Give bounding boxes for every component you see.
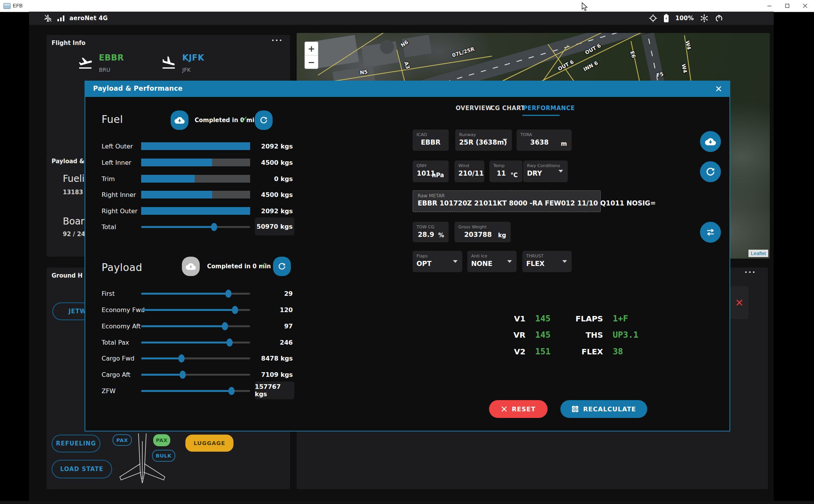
- swap-values-button[interactable]: [700, 222, 721, 243]
- departure-code[interactable]: EBBR: [99, 53, 124, 62]
- boarding-value: 92 / 24: [63, 231, 85, 238]
- fuel-total-label: Total: [102, 223, 116, 231]
- payload-row-slider[interactable]: [141, 371, 250, 379]
- payload-row: Cargo Aft 7109 kgs: [102, 371, 293, 379]
- reset-label: RESET: [512, 406, 536, 413]
- fuel-row-bar[interactable]: [141, 175, 250, 183]
- load-state-button[interactable]: LOAD STATE: [52, 460, 112, 478]
- flaps-select[interactable]: Flaps OPT: [413, 251, 462, 272]
- right-panel-menu[interactable]: •••: [745, 270, 756, 275]
- close-window-button[interactable]: [796, 0, 814, 11]
- fuel-row-value: 4500 kgs: [261, 159, 293, 166]
- payload-row-slider[interactable]: [141, 338, 250, 347]
- recalculate-label: RECALCULATE: [583, 406, 636, 413]
- tab-overview[interactable]: OVERVIEW: [456, 105, 492, 112]
- metar-text: EBBR 101720Z 21011KT 8000 -RA FEW012 11/…: [418, 199, 596, 207]
- taxiway-label: W4: [681, 64, 688, 74]
- qnh-field[interactable]: QNH 1011 hPa: [413, 161, 449, 182]
- thrust-select[interactable]: THRUST FLEX: [522, 251, 572, 272]
- payload-row-slider[interactable]: [141, 306, 250, 314]
- cloud-download-icon: [705, 137, 716, 146]
- leaflet-attribution[interactable]: Leaflet: [748, 250, 768, 257]
- fuel-row-bar[interactable]: [141, 207, 250, 215]
- field-label: ICAO: [417, 132, 445, 137]
- map-building: [402, 35, 432, 57]
- bulk-chip[interactable]: BULK: [152, 450, 175, 462]
- zoom-in-button[interactable]: +: [305, 42, 318, 55]
- vr-label: VR: [491, 330, 525, 340]
- fuel-row-bar[interactable]: [141, 142, 250, 150]
- fuel-row-fill: [141, 207, 250, 215]
- fuel-download-button[interactable]: [171, 110, 188, 130]
- tow-cg-field[interactable]: TOW CG 28.9 %: [413, 222, 449, 242]
- runway-select[interactable]: Runway 25R (3638m): [455, 129, 512, 151]
- slider-thumb[interactable]: [222, 322, 228, 330]
- power-icon[interactable]: [715, 14, 723, 22]
- luggage-chip[interactable]: LUGGAGE: [185, 435, 233, 452]
- gross-weight-field[interactable]: Gross Weight 203788 kg: [455, 222, 511, 242]
- reset-button[interactable]: RESET: [489, 400, 548, 418]
- pax-fwd-chip[interactable]: PAX: [112, 434, 132, 446]
- status-tile[interactable]: ✕: [730, 286, 748, 319]
- payload-row-slider[interactable]: [141, 290, 250, 298]
- flight-land-icon: [161, 55, 176, 71]
- taskbar-strip: [0, 501, 814, 504]
- payload-row-value: 246: [280, 339, 293, 346]
- payload-refresh-button[interactable]: [273, 257, 291, 276]
- close-icon: [803, 3, 807, 8]
- error-x-icon: ✕: [735, 297, 744, 309]
- payload-row-label: Cargo Fwd: [102, 355, 135, 362]
- payload-download-button[interactable]: [182, 257, 200, 276]
- dialog-close-button[interactable]: ✕: [713, 83, 724, 94]
- fuel-row-bar[interactable]: [141, 191, 250, 198]
- slider-thumb[interactable]: [180, 371, 186, 379]
- minimize-button[interactable]: [760, 0, 778, 11]
- refueling-button[interactable]: REFUELING: [52, 435, 100, 452]
- wind-field[interactable]: Wind 210/11: [455, 161, 484, 182]
- tab-performance[interactable]: PERFORMANCE: [523, 105, 575, 112]
- recalculate-button[interactable]: RECALCULATE: [560, 400, 647, 418]
- temp-field[interactable]: Temp 11 °C: [489, 161, 522, 182]
- maximize-button[interactable]: [778, 0, 796, 11]
- mouse-cursor: [582, 2, 588, 12]
- calculator-icon: [572, 406, 579, 413]
- slider-thumb[interactable]: [178, 354, 185, 362]
- arrival-code[interactable]: KJFK: [182, 53, 204, 62]
- zoom-out-button[interactable]: −: [305, 55, 318, 69]
- flight-takeoff-icon: [78, 55, 93, 71]
- download-performance-button[interactable]: [700, 131, 721, 152]
- slider-fill: [141, 226, 214, 228]
- slider-thumb[interactable]: [211, 223, 217, 231]
- refresh-weather-button[interactable]: [700, 161, 721, 182]
- fuel-total-slider[interactable]: [141, 223, 250, 231]
- pax-aft-chip[interactable]: PAX: [153, 434, 170, 446]
- slider-thumb[interactable]: [225, 290, 232, 298]
- x-icon: [501, 406, 507, 412]
- tab-cg-chart[interactable]: CG CHART: [491, 105, 525, 112]
- fuel-refresh-button[interactable]: [255, 110, 273, 130]
- slider-fill: [141, 325, 225, 327]
- fuel-row-bar[interactable]: [141, 159, 250, 166]
- fuel-status: Completed in 0 min: [195, 117, 258, 124]
- slider-thumb[interactable]: [228, 387, 235, 395]
- ground-handling-title: Ground H: [52, 272, 83, 279]
- swap-arrows-icon: [705, 227, 715, 237]
- anti-ice-select[interactable]: Anti Ice NONE: [467, 251, 517, 272]
- tora-field[interactable]: TORA 3638 m: [517, 129, 572, 151]
- icao-field[interactable]: ICAO EBBR: [413, 129, 449, 151]
- chevron-down-icon: [562, 260, 567, 263]
- signal-strength-icon: [57, 15, 65, 22]
- dialog-header[interactable]: Payload & Performance ✕: [85, 81, 730, 97]
- boarding-label: Boar: [63, 216, 85, 227]
- settings-gear-icon[interactable]: [700, 14, 709, 22]
- field-label: Runway: [459, 132, 508, 137]
- flight-info-menu[interactable]: •••: [271, 38, 283, 43]
- slider-thumb[interactable]: [232, 306, 238, 314]
- payload-row-slider[interactable]: [141, 322, 250, 330]
- zfw-slider[interactable]: [141, 387, 250, 395]
- slider-thumb[interactable]: [226, 338, 233, 347]
- v1-label: V1: [491, 314, 525, 323]
- field-value: EBBR: [417, 138, 445, 146]
- rwy-conditions-select[interactable]: Rwy Conditions DRY: [523, 161, 568, 182]
- payload-row-slider[interactable]: [141, 354, 250, 362]
